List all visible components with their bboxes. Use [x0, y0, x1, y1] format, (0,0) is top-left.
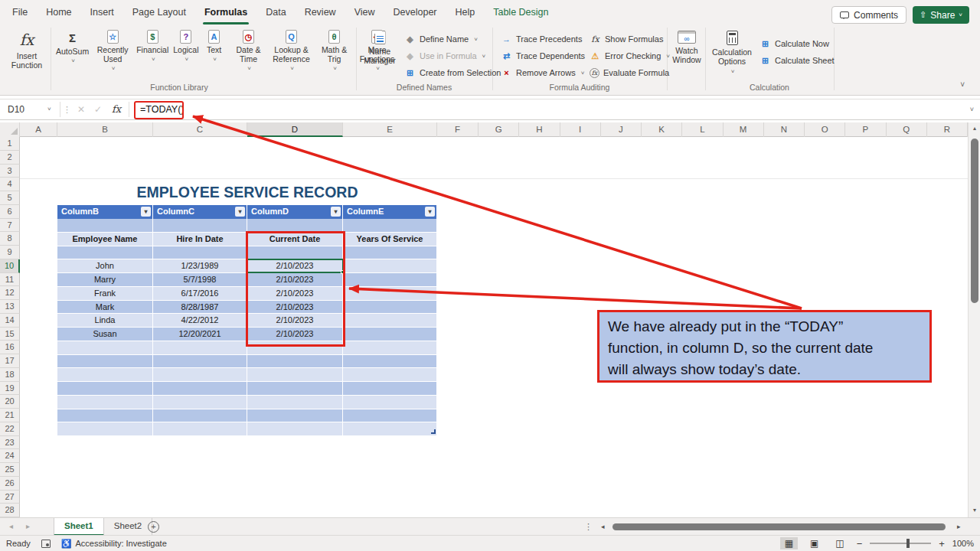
macro-record-icon[interactable] [41, 540, 51, 548]
table-cell[interactable] [247, 355, 343, 368]
table-cell[interactable] [343, 219, 437, 232]
row-header-13[interactable]: 13 [0, 300, 20, 314]
table-cell[interactable] [153, 396, 247, 409]
table-cell[interactable] [57, 219, 153, 232]
table-filter-header-columnb[interactable]: ColumnB▾ [57, 205, 153, 219]
column-header-n[interactable]: N [764, 122, 805, 137]
table-cell[interactable] [247, 396, 343, 409]
table-cell[interactable] [57, 396, 153, 409]
menu-tab-view[interactable]: View [345, 0, 384, 24]
table-cell[interactable]: Employee Name [57, 233, 153, 246]
select-all-corner[interactable] [0, 122, 20, 137]
table-cell[interactable]: Marry [57, 273, 153, 286]
table-cell[interactable]: 6/17/2016 [153, 287, 247, 300]
table-cell[interactable]: John [57, 259, 153, 272]
horizontal-scroll-thumb[interactable] [612, 523, 946, 530]
zoom-out-button[interactable]: − [857, 538, 863, 549]
row-header-16[interactable]: 16 [0, 341, 20, 354]
table-cell[interactable] [57, 355, 153, 368]
ribbon-button-logical[interactable]: ?Logical˅ [171, 28, 201, 64]
table-cell[interactable] [153, 341, 247, 354]
table-cell[interactable]: Mark [57, 301, 153, 314]
table-cell[interactable]: 5/7/1998 [153, 273, 247, 286]
ribbon-item-trace-dependents[interactable]: ⇄Trace Dependents [498, 47, 588, 64]
row-header-9[interactable]: 9 [0, 246, 20, 259]
scroll-right-icon[interactable]: ▸ [957, 518, 961, 535]
ribbon-button-text[interactable]: AText˅ [201, 28, 227, 64]
menu-tab-file[interactable]: File [3, 0, 37, 24]
table-cell[interactable]: Linda [57, 314, 153, 327]
splitter-dots-icon[interactable]: ⋮ [584, 518, 593, 535]
table-cell[interactable] [343, 273, 437, 286]
ribbon-button-date-time[interactable]: ◷Date & Time˅ [227, 28, 270, 73]
column-header-m[interactable]: M [724, 122, 764, 137]
insert-function-button[interactable]: fx Insert Function [6, 28, 47, 80]
row-header-23[interactable]: 23 [0, 436, 20, 450]
row-header-14[interactable]: 14 [0, 314, 20, 328]
table-cell[interactable] [153, 409, 247, 422]
table-cell[interactable] [343, 396, 437, 409]
filter-dropdown-icon[interactable]: ▾ [331, 207, 341, 217]
table-cell[interactable]: 4/22/2012 [153, 314, 247, 327]
table-cell[interactable] [153, 246, 247, 259]
menu-tab-data[interactable]: Data [256, 0, 295, 24]
column-header-h[interactable]: H [519, 122, 560, 137]
filter-dropdown-icon[interactable]: ▾ [235, 207, 245, 217]
table-cell[interactable]: 1/23/1989 [153, 259, 247, 272]
column-header-q[interactable]: Q [887, 122, 927, 137]
row-header-25[interactable]: 25 [0, 463, 20, 477]
comments-button[interactable]: Comments [831, 6, 906, 24]
drag-dots-icon[interactable]: ⋮ [63, 99, 72, 119]
row-header-3[interactable]: 3 [0, 165, 20, 178]
menu-tab-page-layout[interactable]: Page Layout [123, 0, 195, 24]
menu-tab-formulas[interactable]: Formulas [195, 0, 256, 24]
scroll-up-icon[interactable]: ▴ [969, 122, 980, 135]
row-header-15[interactable]: 15 [0, 328, 20, 341]
zoom-slider[interactable] [870, 543, 931, 544]
row-header-4[interactable]: 4 [0, 178, 20, 191]
row-header-22[interactable]: 22 [0, 422, 20, 436]
table-cell[interactable] [247, 382, 343, 395]
table-cell[interactable] [57, 368, 153, 381]
table-cell[interactable] [247, 422, 343, 435]
ribbon-button-autosum[interactable]: ΣAutoSum˅ [54, 28, 91, 66]
page-break-view-button[interactable]: ◫ [831, 537, 848, 549]
accessibility-status[interactable]: ♿ Accessibility: Investigate [61, 539, 167, 549]
scroll-left-icon[interactable]: ◂ [601, 518, 605, 535]
table-cell[interactable] [343, 382, 437, 395]
ribbon-item-calculate-sheet[interactable]: ⊞Calculate Sheet [756, 52, 838, 69]
menu-tab-insert[interactable]: Insert [81, 0, 123, 24]
table-cell[interactable] [153, 219, 247, 232]
ribbon-item-error-checking[interactable]: ⚠Error Checking˅ [586, 47, 673, 64]
table-cell[interactable]: Years Of Service [343, 233, 437, 246]
cancel-button[interactable]: ✕ [74, 99, 89, 119]
ribbon-item-show-formulas[interactable]: fxShow Formulas [586, 31, 673, 47]
column-header-g[interactable]: G [479, 122, 519, 137]
table-cell[interactable] [247, 409, 343, 422]
table-cell[interactable] [153, 382, 247, 395]
table-cell[interactable] [343, 355, 437, 368]
row-header-27[interactable]: 27 [0, 491, 20, 504]
calculation-options-button[interactable]: Calculation Options ˅ [709, 28, 755, 80]
name-manager-button[interactable]: Name Manager [360, 28, 400, 80]
column-header-r[interactable]: R [927, 122, 968, 137]
prev-sheet-icon[interactable]: ◂ [9, 518, 13, 536]
ribbon-button-math-trig[interactable]: θMath & Trig˅ [313, 28, 356, 73]
table-cell[interactable]: Susan [57, 328, 153, 341]
column-header-b[interactable]: B [57, 122, 153, 137]
watch-window-button[interactable]: ∞ Watch Window [669, 28, 704, 80]
column-header-l[interactable]: L [682, 122, 723, 137]
row-header-28[interactable]: 28 [0, 504, 20, 517]
row-header-8[interactable]: 8 [0, 232, 20, 246]
table-cell[interactable] [57, 422, 153, 435]
table-cell[interactable] [343, 422, 437, 435]
expand-formula-bar-icon[interactable]: ˅ [970, 99, 974, 119]
filter-dropdown-icon[interactable]: ▾ [141, 207, 151, 217]
share-button[interactable]: ⇧ Share ˅ [913, 6, 969, 24]
menu-tab-review[interactable]: Review [296, 0, 345, 24]
sheet-tab-sheet2[interactable]: Sheet2 [104, 518, 152, 536]
table-cell[interactable]: 12/20/2021 [153, 328, 247, 341]
ribbon-item-trace-precedents[interactable]: →Trace Precedents [498, 31, 588, 47]
insert-function-fx-button[interactable]: fx [109, 99, 124, 119]
table-cell[interactable] [343, 287, 437, 300]
